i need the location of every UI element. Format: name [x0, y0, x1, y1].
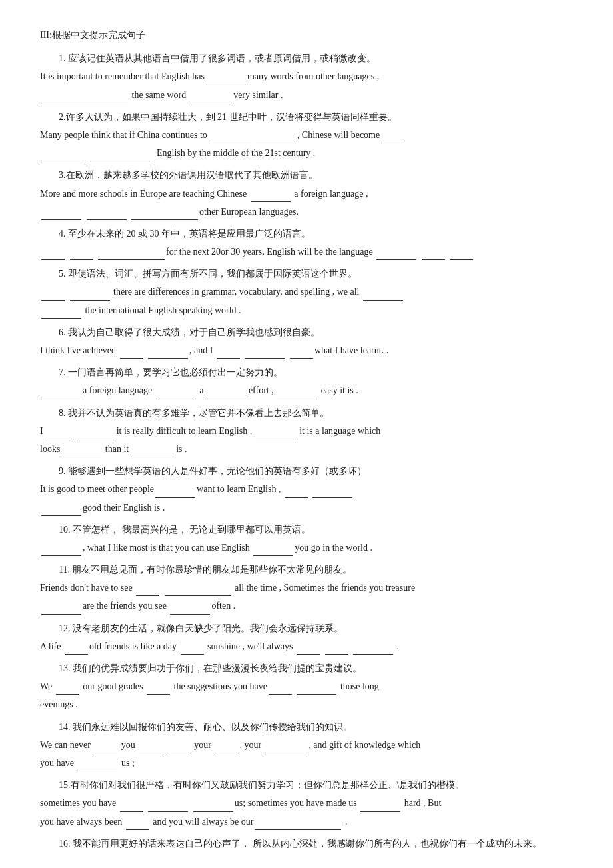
blank [207, 389, 247, 399]
blank [75, 429, 115, 439]
ex12-cn: 12. 没有老朋友的生活，就像白天缺少了阳光。我们会永远保持联系。 [40, 620, 573, 637]
blank [65, 644, 88, 655]
ex4-line1: for the next 20or 30 years, English will… [40, 243, 573, 260]
blank [251, 191, 291, 202]
ex13-cn: 13. 我们的优异成绩要归功于你们，在那些漫漫长夜给我们提的宝贵建议。 [40, 660, 573, 677]
ex11-line1: Friends don't have to see all the time ,… [40, 579, 573, 596]
blank [131, 209, 198, 220]
ex1-line1: It is important to remember that English… [40, 68, 573, 85]
blank [170, 604, 210, 615]
exercise-4: 4. 至少在未来的 20 或 30 年中，英语将是应用最广泛的语言。 for t… [40, 225, 573, 260]
blank [297, 684, 336, 695]
ex5-line1: there are differences in grammar, vocabu… [40, 283, 573, 300]
ex3-cn: 3.在欧洲，越来越多学校的外语课用汉语取代了其他欧洲语言。 [40, 167, 573, 183]
blank [193, 801, 233, 812]
ex12-line1: A life old friends is like a day sunshin… [40, 638, 573, 655]
blank [256, 429, 296, 439]
blank [148, 348, 188, 359]
ex5-cn: 5. 即使语法、词汇、拼写方面有所不同，我们都属于国际英语这个世界。 [40, 265, 573, 282]
blank [87, 209, 127, 220]
blank [290, 348, 313, 359]
blank [148, 801, 188, 812]
ex16-cn: 16. 我不能再用更好的话来表达自己的心声了， 所以从内心深处，我感谢你们所有的… [40, 835, 573, 852]
ex15-line2: you have always been and you will always… [40, 813, 573, 830]
ex6-cn: 6. 我认为自己取得了很大成绩，对于自己所学我也感到很自豪。 [40, 324, 573, 341]
blank [206, 75, 246, 85]
ex14-cn: 14. 我们永远难以回报你们的友善、耐心、以及你们传授给我们的知识。 [40, 719, 573, 735]
blank [70, 290, 110, 301]
blank [41, 290, 65, 301]
blank [120, 348, 143, 359]
blank [297, 644, 320, 655]
blank [41, 209, 81, 220]
ex3-line2: other European languages. [40, 203, 573, 220]
blank [41, 249, 65, 260]
exercise-8: 8. 我并不认为英语真的有多难学，尽管它并不像看上去那么简单。 I it is … [40, 405, 573, 458]
ex2-cn: 2.许多人认为，如果中国持续壮大，到 21 世纪中叶，汉语将变得与英语同样重要。 [40, 109, 573, 125]
blank [156, 389, 196, 399]
blank [363, 290, 403, 301]
blank [269, 684, 292, 695]
ex9-line1: It is good to meet other peoplewant to l… [40, 481, 573, 497]
blank [98, 249, 165, 260]
section-title: III:根据中文提示完成句子 [40, 27, 573, 43]
exercise-9: 9. 能够遇到一些想学英语的人是件好事，无论他们的英语有多好（或多坏） It i… [40, 463, 573, 516]
ex6-line1: I think I've achieved , and I what I hav… [40, 342, 573, 359]
blank [353, 644, 393, 655]
exercise-15: 15.有时你们对我们很严格，有时你们又鼓励我们努力学习；但你们总是那样公正、\是… [40, 777, 573, 830]
blank [245, 348, 285, 359]
exercise-5: 5. 即使语法、词汇、拼写方面有所不同，我们都属于国际英语这个世界。 there… [40, 265, 573, 319]
blank [136, 585, 159, 596]
exercise-12: 12. 没有老朋友的生活，就像白天缺少了阳光。我们会永远保持联系。 A life… [40, 620, 573, 655]
exercise-13: 13. 我们的优异成绩要归功于你们，在那些漫漫长夜给我们提的宝贵建议。 We o… [40, 660, 573, 713]
blank [56, 684, 79, 695]
ex11-cn: 11. 朋友不用总见面，有时你最珍惜的朋友却是那些你不太常见的朋友。 [40, 561, 573, 578]
blank [217, 348, 240, 359]
blank [61, 447, 101, 457]
ex14-line1: We can never you your , your , and gift … [40, 737, 573, 753]
blank [139, 743, 162, 753]
blank [147, 684, 170, 695]
ex10-line1: , what I like most is that you can use E… [40, 539, 573, 556]
ex2-line1: Many people think that if China continue… [40, 127, 573, 143]
blank [277, 389, 317, 399]
blank [265, 743, 305, 753]
ex8-cn: 8. 我并不认为英语真的有多难学，尽管它并不像看上去那么简单。 [40, 405, 573, 421]
ex14-line2: you have us ; [40, 755, 573, 771]
blank [255, 819, 341, 830]
ex2-line2: English by the middle of the 21st centur… [40, 145, 573, 161]
blank [450, 249, 473, 260]
blank [126, 819, 149, 830]
ex15-cn: 15.有时你们对我们很严格，有时你们又鼓励我们努力学习；但你们总是那样公正、\是… [40, 777, 573, 793]
blank [190, 93, 230, 103]
blank [155, 487, 195, 498]
blank [256, 133, 296, 143]
blank [47, 429, 70, 439]
ex1-line2: the same word very similar . [40, 87, 573, 103]
blank [70, 249, 93, 260]
exercise-11: 11. 朋友不用总见面，有时你最珍惜的朋友却是那些你不太常见的朋友。 Frien… [40, 561, 573, 615]
blank [94, 743, 117, 753]
ex9-cn: 9. 能够遇到一些想学英语的人是件好事，无论他们的英语有多好（或多坏） [40, 463, 573, 479]
ex15-line1: sometimes you have us; sometimes you hav… [40, 795, 573, 811]
blank [77, 761, 117, 771]
ex7-line1: a foreign language a effort , easy it is… [40, 382, 573, 399]
ex3-line1: More and more schools in Europe are teac… [40, 185, 573, 202]
blank [41, 93, 128, 103]
blank [167, 743, 191, 753]
ex10-cn: 10. 不管怎样， 我最高兴的是， 无论走到哪里都可以用英语。 [40, 521, 573, 538]
exercise-2: 2.许多人认为，如果中国持续壮大，到 21 世纪中叶，汉语将变得与英语同样重要。… [40, 109, 573, 162]
blank [133, 447, 173, 457]
ex5-line2: the international English speaking world… [40, 302, 573, 319]
blank [253, 545, 293, 556]
exercise-1: 1. 应该记住英语从其他语言中借用了很多词语，或者原词借用，或稍微改变。 It … [40, 50, 573, 103]
blank [285, 487, 308, 498]
ex7-cn: 7. 一门语言再简单，要学习它也必须付出一定努力的。 [40, 364, 573, 381]
blank [87, 151, 153, 161]
ex13-line1: We our good grades the suggestions you h… [40, 678, 573, 695]
ex11-line2: are the friends you see often . [40, 597, 573, 614]
blank [120, 801, 143, 812]
blank [360, 801, 400, 812]
exercise-14: 14. 我们永远难以回报你们的友善、耐心、以及你们传授给我们的知识。 We ca… [40, 719, 573, 772]
blank [181, 644, 204, 655]
